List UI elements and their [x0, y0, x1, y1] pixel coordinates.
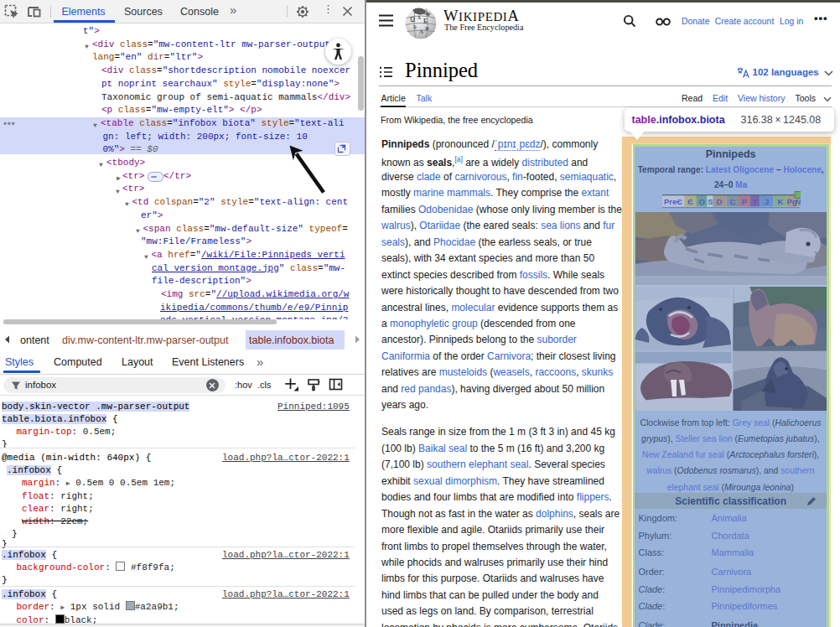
svg-text:P: P	[741, 197, 747, 206]
svg-text:K: K	[777, 197, 783, 206]
svg-text:D: D	[716, 197, 722, 206]
svg-text:T: T	[752, 197, 757, 206]
svg-text:Б: Б	[423, 18, 428, 25]
svg-text:Ω: Ω	[410, 16, 415, 23]
svg-text:O: O	[698, 197, 704, 206]
svg-text:C: C	[729, 197, 735, 206]
svg-text:Δ: Δ	[417, 14, 422, 21]
svg-text:Я: Я	[425, 25, 429, 31]
svg-text:N: N	[795, 197, 801, 206]
svg-text:Λ: Λ	[419, 28, 423, 35]
svg-text:J: J	[765, 197, 769, 206]
svg-text:Ş: Ş	[413, 23, 417, 30]
svg-text:Є: Є	[687, 197, 693, 206]
svg-text:S: S	[708, 197, 713, 206]
svg-text:PreЄ: PreЄ	[664, 197, 682, 206]
